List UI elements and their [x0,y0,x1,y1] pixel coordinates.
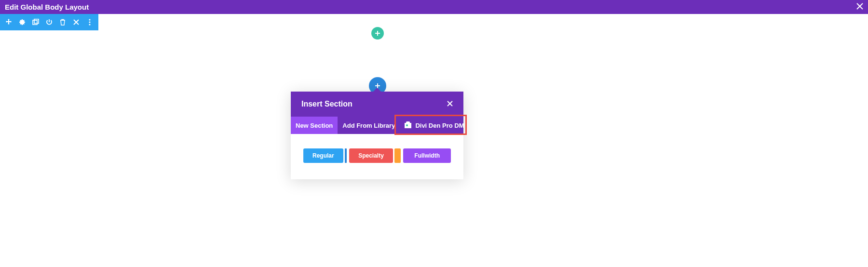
close-icon[interactable] [72,18,80,26]
tab-add-from-library[interactable]: Add From Library [338,117,400,134]
gear-icon[interactable] [18,18,26,26]
svg-point-3 [89,21,90,23]
specialty-accent [394,148,401,163]
top-bar: Edit Global Body Layout [0,0,868,14]
button-label: Specialty [358,152,384,159]
fullwidth-button[interactable]: Fullwidth [403,148,451,163]
more-icon[interactable] [86,18,94,26]
svg-point-4 [89,24,90,25]
regular-group: Regular [303,148,347,163]
tab-new-section[interactable]: New Section [291,117,338,134]
page-title: Edit Global Body Layout [5,3,89,11]
specialty-button[interactable]: Specialty [349,148,393,163]
power-icon[interactable] [45,18,53,26]
tab-divi-den-pro[interactable]: Divi Den Pro DM [400,117,469,134]
regular-button[interactable]: Regular [303,148,343,163]
modal-header: Insert Section [291,92,463,117]
svg-point-2 [89,19,90,20]
section-toolbar [0,14,98,30]
specialty-group: Specialty [349,148,401,163]
tab-label: New Section [296,122,333,129]
modal-title: Insert Section [301,100,353,108]
svg-rect-0 [33,20,37,25]
close-icon[interactable] [856,2,863,12]
duplicate-icon[interactable] [32,18,40,26]
modal-body: Regular Specialty Fullwidth [291,134,463,179]
modal-tabs: New Section Add From Library Divi Den Pr… [291,117,463,134]
svg-rect-1 [34,19,39,24]
modal-close-icon[interactable] [447,100,453,108]
regular-accent [345,148,347,163]
move-icon[interactable] [5,18,13,26]
button-label: Regular [312,152,334,159]
button-label: Fullwidth [414,152,440,159]
delete-icon[interactable] [59,18,67,26]
tab-label: Divi Den Pro DM [415,122,464,129]
add-section-button[interactable] [371,27,384,40]
tab-label: Add From Library [342,122,395,129]
insert-section-modal: Insert Section New Section Add From Libr… [291,92,463,179]
camera-icon [405,123,411,128]
